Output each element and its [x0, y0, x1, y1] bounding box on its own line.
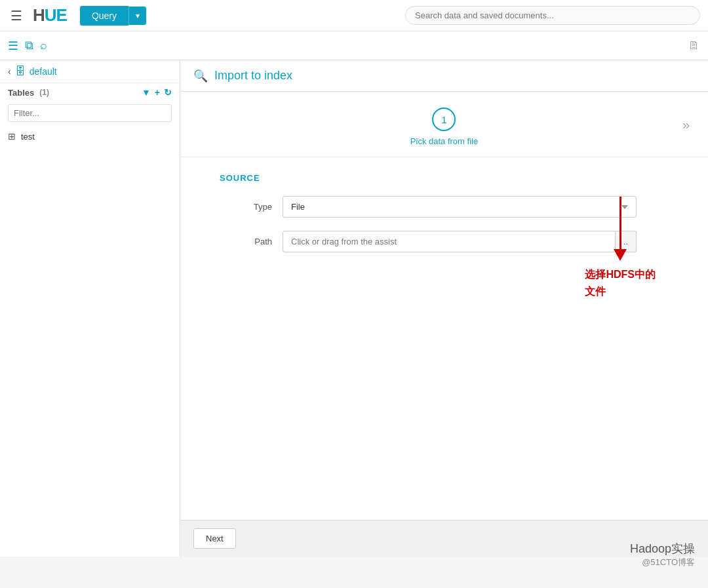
- logo-ue: UE: [45, 5, 67, 25]
- page-title: Import to index: [214, 69, 292, 83]
- annotation-container: 选择HDFS中的 文件: [585, 197, 656, 300]
- add-table-icon[interactable]: +: [155, 87, 160, 98]
- wizard-next-button[interactable]: »: [677, 114, 695, 134]
- sidebar-db-row: ‹ 🗄 default: [0, 60, 180, 83]
- tables-header: Tables (1) ▼ + ↻: [0, 83, 180, 102]
- wizard-steps: 1 Pick data from file »: [180, 92, 708, 157]
- annotation-arrow: [585, 197, 656, 261]
- document-icon[interactable]: 🗎: [688, 39, 700, 52]
- logo-h: H: [33, 5, 45, 25]
- annotation-line1: 选择HDFS中的: [585, 266, 656, 283]
- hamburger-icon[interactable]: ☰: [8, 5, 25, 26]
- bottom-bar: Next: [180, 520, 708, 557]
- wizard-step-1: 1 Pick data from file: [410, 108, 478, 146]
- annotation-text: 选择HDFS中的 文件: [585, 266, 656, 300]
- table-filter-container: [0, 102, 180, 127]
- type-select[interactable]: File Directory Stream: [283, 196, 637, 218]
- tables-count: (1): [39, 88, 49, 97]
- query-dropdown-button[interactable]: ▾: [128, 7, 146, 25]
- arrow-head: [614, 249, 627, 261]
- page-header: 🔍 Import to index: [180, 60, 708, 92]
- path-label: Path: [220, 237, 272, 246]
- annotation-line2: 文件: [585, 283, 656, 300]
- search-input[interactable]: [405, 6, 700, 25]
- app-logo: HUE: [33, 5, 67, 26]
- query-btn-group: Query ▾: [80, 6, 146, 26]
- database-name[interactable]: default: [30, 66, 57, 77]
- path-input-group: ..: [283, 231, 637, 252]
- table-filter-input[interactable]: [8, 104, 172, 122]
- layers-icon[interactable]: ☰: [8, 39, 18, 53]
- refresh-tables-icon[interactable]: ↻: [164, 87, 172, 98]
- table-icon: ⊞: [8, 131, 16, 142]
- filter-tables-icon[interactable]: ▼: [142, 87, 151, 98]
- copy-icon[interactable]: ⧉: [25, 39, 33, 52]
- content-area: 🔍 Import to index 1 Pick data from file …: [180, 60, 708, 557]
- database-icon: 🗄: [15, 66, 26, 77]
- search-container: [405, 6, 700, 25]
- step1-label: Pick data from file: [410, 136, 478, 146]
- search-header-icon: 🔍: [193, 69, 208, 83]
- list-item[interactable]: ⊞ test: [0, 127, 180, 146]
- source-section-label: SOURCE: [220, 173, 656, 183]
- form-annotation-wrapper: SOURCE Type File Directory Stream Path: [180, 157, 708, 520]
- type-select-container: File Directory Stream: [283, 196, 637, 218]
- secondary-toolbar: ☰ ⧉ ⌕ 🗎: [0, 31, 708, 60]
- query-button[interactable]: Query: [80, 6, 128, 26]
- step1-circle: 1: [432, 108, 456, 131]
- search-icon[interactable]: ⌕: [40, 39, 47, 52]
- navbar: ☰ HUE Query ▾: [0, 0, 708, 31]
- back-arrow-icon[interactable]: ‹: [8, 66, 11, 77]
- next-button[interactable]: Next: [193, 528, 236, 549]
- main-layout: ‹ 🗄 default Tables (1) ▼ + ↻ ⊞ test 🔍 Im…: [0, 60, 708, 557]
- tables-label: Tables: [8, 88, 34, 98]
- path-input[interactable]: [283, 231, 616, 252]
- type-label: Type: [220, 202, 272, 212]
- arrow-shaft: [620, 197, 621, 249]
- sidebar: ‹ 🗄 default Tables (1) ▼ + ↻ ⊞ test: [0, 60, 180, 557]
- tables-actions: ▼ + ↻: [142, 87, 172, 98]
- table-name: test: [21, 132, 35, 142]
